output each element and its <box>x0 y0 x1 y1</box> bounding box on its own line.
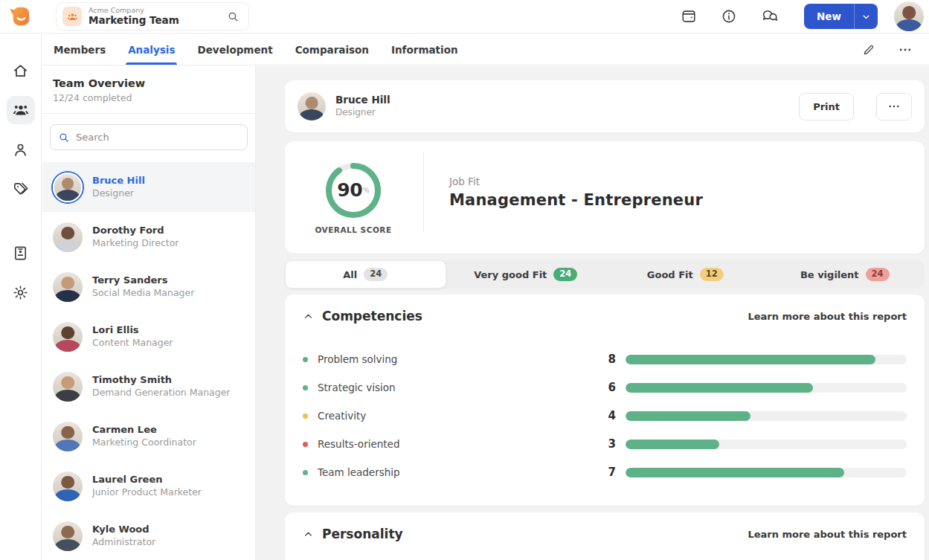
competency-label: Problem solving <box>318 353 595 365</box>
search-icon <box>58 132 70 144</box>
collapse-competencies-button[interactable] <box>303 311 314 322</box>
member-name: Dorothy Ford <box>92 224 179 237</box>
team-switcher[interactable]: Acme Company Marketing Team <box>56 2 249 30</box>
new-dropdown-button[interactable] <box>854 4 878 29</box>
rail-settings-button[interactable] <box>7 278 35 306</box>
member-avatar <box>53 272 83 302</box>
competency-value: 3 <box>595 437 616 451</box>
member-avatar <box>53 372 83 402</box>
member-search-input[interactable] <box>76 132 240 143</box>
percent-sign: % <box>363 187 370 194</box>
status-dot <box>303 357 308 362</box>
overall-score-card: 90% OVERALL SCORE Job Fit Management - E… <box>285 141 925 254</box>
tab-comparaison[interactable]: Comparaison <box>295 34 369 65</box>
filter-be-vigilent[interactable]: Be vigilent 24 <box>765 260 925 289</box>
member-name: Kyle Wood <box>92 523 155 536</box>
filter-count-badge: 24 <box>866 268 890 281</box>
section-tabs: Members Analysis Development Comparaison… <box>42 34 929 65</box>
team-search-icon[interactable] <box>227 10 240 23</box>
competency-value: 6 <box>595 381 616 394</box>
member-role: Administrator <box>92 536 155 549</box>
rail-home-button[interactable] <box>7 57 35 85</box>
filter-all[interactable]: All 24 <box>285 260 446 289</box>
member-row-lori-ellis[interactable]: Lori Ellis Content Manager <box>42 312 255 361</box>
filter-good-fit[interactable]: Good Fit 12 <box>605 260 765 289</box>
member-row-timothy-smith[interactable]: Timothy Smith Demand Generation Manager <box>42 361 255 411</box>
tab-information[interactable]: Information <box>391 34 458 65</box>
member-role: Designer <box>92 187 145 200</box>
competencies-learn-more-link[interactable]: Learn more about this report <box>748 311 907 322</box>
member-row-laurel-green[interactable]: Laurel Green Junior Product Marketer <box>42 461 255 511</box>
member-row-carmen-lee[interactable]: Carmen Lee Marketing Coordinator <box>42 411 255 461</box>
competencies-title: Competencies <box>322 309 422 324</box>
rail-person-button[interactable] <box>7 135 35 164</box>
member-avatar <box>53 521 83 551</box>
filter-count-badge: 24 <box>553 268 577 281</box>
chevron-down-icon <box>861 12 871 22</box>
divider <box>423 152 424 233</box>
app-window: Acme Company Marketing Team <box>0 0 929 560</box>
tab-analysis[interactable]: Analysis <box>128 34 175 65</box>
wallet-button[interactable] <box>681 8 697 25</box>
competencies-chart: Problem solving 8 Strategic vision 6 Cre… <box>303 345 907 486</box>
tabbar-more-button[interactable] <box>898 42 913 57</box>
top-bar: Acme Company Marketing Team <box>0 0 929 33</box>
edit-button[interactable] <box>862 43 875 57</box>
personality-learn-more-link[interactable]: Learn more about this report <box>748 529 907 540</box>
tab-members[interactable]: Members <box>54 34 106 65</box>
overall-score-value: 90 <box>337 179 362 201</box>
member-name: Timothy Smith <box>92 373 230 387</box>
member-role: Marketing Coordinator <box>92 437 196 449</box>
filter-very-good-fit[interactable]: Very good Fit 24 <box>446 260 606 289</box>
tags-icon <box>12 181 29 198</box>
competency-label: Results-oriented <box>318 438 595 450</box>
team-overview-header: Team Overview 12/24 completed <box>42 66 255 114</box>
score-ring: 90% <box>324 161 382 219</box>
competency-bar <box>626 440 907 449</box>
competency-bar <box>626 355 907 364</box>
member-role: Marketing Director <box>92 237 179 250</box>
member-row-bruce-hill[interactable]: Bruce Hill Designer <box>42 162 255 212</box>
member-search[interactable] <box>50 124 248 150</box>
competency-bar <box>626 383 907 393</box>
info-button[interactable] <box>721 8 737 25</box>
report-header-card: Bruce Hill Designer Print <box>285 80 925 132</box>
filter-label: All <box>343 269 357 280</box>
pencil-icon <box>862 43 875 57</box>
id-card-icon <box>12 245 29 262</box>
competency-label: Strategic vision <box>318 382 595 393</box>
chevron-up-icon <box>303 311 314 322</box>
rail-tags-button[interactable] <box>7 175 35 203</box>
member-row-terry-sanders[interactable]: Terry Sanders Social Media Manager <box>42 262 255 312</box>
member-name: Laurel Green <box>92 473 202 486</box>
chat-button[interactable] <box>761 7 779 25</box>
member-row-kyle-wood[interactable]: Kyle Wood Administrator <box>42 511 255 560</box>
competency-row: Problem solving 8 <box>303 345 907 373</box>
tab-development[interactable]: Development <box>197 34 272 65</box>
member-name: Lori Ellis <box>92 324 173 337</box>
new-button[interactable]: New <box>804 4 854 29</box>
competency-row: Creativity 4 <box>303 402 907 430</box>
competency-row: Results-oriented 3 <box>303 430 907 458</box>
ellipsis-icon <box>898 42 913 57</box>
rail-team-button[interactable] <box>7 96 35 124</box>
collapse-personality-button[interactable] <box>303 529 314 540</box>
personality-section: Personality Learn more about this report <box>285 512 925 560</box>
chevron-up-icon <box>303 529 314 540</box>
fit-filter-tabs: All 24 Very good Fit 24 Good Fit 12 Be v… <box>285 260 925 289</box>
topbar-actions: New <box>681 1 929 31</box>
panel-title: Team Overview <box>53 77 245 89</box>
member-role: Social Media Manager <box>92 287 194 300</box>
competency-bar <box>626 468 907 477</box>
rail-badge-button[interactable] <box>7 239 35 267</box>
user-avatar[interactable] <box>894 1 924 31</box>
member-row-dorothy-ford[interactable]: Dorothy Ford Marketing Director <box>42 212 255 262</box>
filter-label: Good Fit <box>647 269 693 280</box>
filter-count-badge: 24 <box>364 268 388 281</box>
print-button[interactable]: Print <box>799 93 854 120</box>
report-more-button[interactable] <box>876 93 912 120</box>
filter-label: Very good Fit <box>474 269 547 280</box>
new-split-button: New <box>804 4 878 29</box>
competencies-section: Competencies Learn more about this repor… <box>285 295 925 506</box>
report-person-name: Bruce Hill <box>335 94 390 107</box>
